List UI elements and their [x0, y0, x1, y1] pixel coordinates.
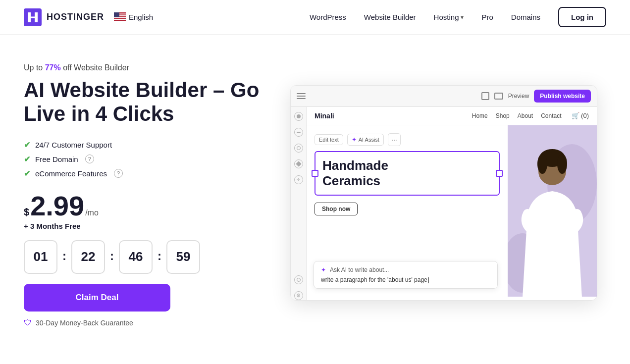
right-content: Preview Publish website ✛ ⚙ [281, 85, 606, 301]
main-nav: WordPress Website Builder Hosting ▾ Pro … [310, 7, 606, 27]
site-nav-contact: Contact [541, 112, 561, 119]
sidebar-settings[interactable]: ⚙ [294, 291, 303, 300]
hero-text-box: HandmadeCeramics [315, 151, 500, 196]
edit-text-button[interactable]: Edit text [315, 134, 343, 145]
ai-star-icon: ✦ [321, 266, 326, 273]
header: HOSTINGER English WordPress Website Buil… [0, 0, 630, 35]
price-main: 2.99 [30, 192, 84, 220]
mockup-site-preview: Minali Home Shop About Contact 🛒 (0) [307, 107, 597, 300]
nav-hosting[interactable]: Hosting ▾ [434, 13, 464, 21]
mockup-toolbar: Preview Publish website [291, 86, 597, 107]
sidebar-tool[interactable] [294, 144, 303, 153]
hero-heading: HandmadeCeramics [322, 158, 492, 189]
help-icon[interactable]: ? [114, 169, 123, 178]
left-content: Up to 77% off Website Builder AI Website… [24, 58, 262, 327]
sidebar-tool[interactable]: ✛ [294, 175, 303, 184]
site-nav-home: Home [472, 112, 488, 119]
nav-pro[interactable]: Pro [481, 13, 493, 21]
claim-deal-button[interactable]: Claim Deal [24, 284, 170, 312]
countdown-separator: : [62, 249, 66, 263]
svg-point-13 [537, 154, 547, 174]
main-content: Up to 77% off Website Builder AI Website… [0, 35, 630, 327]
site-nav-about: About [518, 112, 533, 119]
hero-area: Edit text ✦ AI Assist ··· HandmadeCerami… [307, 125, 597, 297]
feature-item-domain: ✔ Free Domain ? [24, 155, 262, 164]
price-period: /mo [85, 208, 99, 217]
desktop-icon[interactable] [481, 92, 489, 100]
sidebar-tool[interactable] [294, 112, 303, 121]
site-nav-shop: Shop [496, 112, 510, 119]
toolbar-right: Preview Publish website [481, 90, 591, 103]
logo-text: HOSTINGER [47, 12, 104, 22]
flag-icon [114, 12, 126, 22]
hero-photo-placeholder [508, 125, 597, 297]
svg-point-14 [557, 154, 567, 174]
shop-now-button[interactable]: Shop now [315, 203, 358, 215]
price-section: $ 2.99 /mo + 3 Months Free [24, 192, 262, 230]
hero-image [508, 125, 597, 297]
help-icon[interactable]: ? [85, 155, 94, 163]
mobile-icon[interactable] [494, 93, 503, 100]
price-line: $ 2.99 /mo [24, 192, 262, 220]
main-heading: AI Website Builder – Go Live in 4 Clicks [24, 78, 262, 126]
check-icon: ✔ [24, 169, 30, 178]
check-icon: ✔ [24, 155, 30, 164]
language-label: English [129, 13, 153, 21]
sidebar-tool[interactable] [294, 128, 303, 137]
hamburger-icon[interactable] [297, 93, 306, 99]
preview-button[interactable]: Preview [508, 93, 529, 100]
website-mockup: Preview Publish website ✛ ⚙ [290, 85, 597, 301]
price-dollar: $ [24, 207, 29, 218]
countdown-minutes: 22 [71, 240, 105, 274]
svg-rect-5 [114, 19, 126, 20]
feature-label: Free Domain [35, 155, 78, 163]
site-nav-links: Home Shop About Contact [472, 112, 562, 119]
countdown-millis: 59 [166, 240, 200, 274]
feature-item-support: ✔ 24/7 Customer Support [24, 140, 262, 150]
nav-website-builder[interactable]: Website Builder [364, 13, 416, 21]
header-left: HOSTINGER English [24, 8, 153, 26]
language-selector[interactable]: English [114, 12, 153, 22]
check-icon: ✔ [24, 140, 30, 150]
cart-icon: 🛒 (0) [572, 112, 589, 119]
countdown-seconds: 46 [119, 240, 153, 274]
guarantee-label: 30-Day Money-Back Guarantee [36, 319, 133, 327]
edit-toolbar: Edit text ✦ AI Assist ··· [315, 133, 500, 146]
feature-label: 24/7 Customer Support [35, 141, 112, 149]
countdown-hours: 01 [24, 240, 57, 274]
feature-item-ecommerce: ✔ eCommerce Features ? [24, 169, 262, 178]
guarantee: 🛡 30-Day Money-Back Guarantee [24, 318, 262, 327]
logo[interactable]: HOSTINGER [24, 8, 104, 26]
countdown-separator: : [110, 249, 114, 263]
countdown-separator: : [158, 249, 161, 263]
price-bonus: + 3 Months Free [24, 222, 262, 230]
sidebar-tool[interactable] [294, 275, 303, 284]
mockup-sidebar: ✛ ⚙ [291, 107, 307, 300]
ai-star-icon: ✦ [352, 136, 357, 143]
ai-widget-response: write a paragraph for the 'about us' pag… [321, 276, 490, 283]
chevron-down-icon: ▾ [461, 14, 464, 21]
mockup-body: ✛ ⚙ Minali Home Shop About Contact [291, 107, 597, 300]
cursor [428, 277, 429, 283]
feature-label: eCommerce Features [35, 169, 107, 178]
publish-button[interactable]: Publish website [534, 90, 591, 103]
nav-wordpress[interactable]: WordPress [310, 13, 346, 21]
hostinger-logo-icon [24, 8, 42, 26]
ai-widget: ✦ Ask AI to write about... write a parag… [314, 261, 498, 289]
ai-assist-button[interactable]: ✦ AI Assist [347, 134, 384, 146]
more-options-button[interactable]: ··· [388, 133, 401, 146]
site-nav: Minali Home Shop About Contact 🛒 (0) [307, 107, 597, 125]
shield-icon: 🛡 [24, 318, 32, 327]
nav-domains[interactable]: Domains [511, 13, 540, 21]
ai-widget-prompt: ✦ Ask AI to write about... [321, 266, 490, 273]
promo-text: Up to 77% off Website Builder [24, 63, 262, 72]
features-list: ✔ 24/7 Customer Support ✔ Free Domain ? … [24, 140, 262, 178]
site-brand: Minali [315, 112, 334, 120]
login-button[interactable]: Log in [558, 7, 606, 27]
svg-rect-6 [114, 12, 119, 17]
sidebar-tool[interactable] [294, 159, 303, 168]
countdown-timer: 01 : 22 : 46 : 59 [24, 240, 262, 274]
svg-rect-4 [114, 17, 126, 18]
hero-left-panel: Edit text ✦ AI Assist ··· HandmadeCerami… [307, 125, 508, 297]
person-illustration [508, 125, 597, 297]
